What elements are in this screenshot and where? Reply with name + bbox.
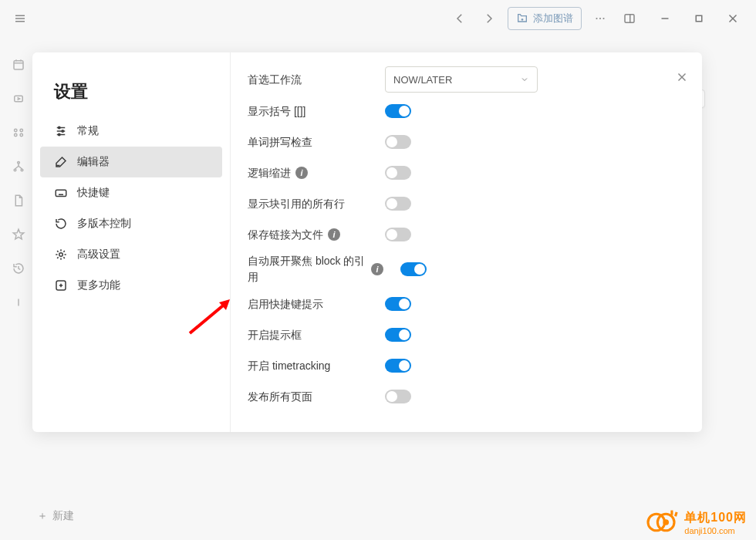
info-icon[interactable]: i [295, 167, 308, 179]
svg-rect-34 [56, 190, 66, 196]
plus-icon: ＋ [37, 509, 48, 523]
nav-label-version: 多版本控制 [77, 217, 131, 231]
svg-point-20 [20, 129, 22, 131]
svg-rect-14 [14, 61, 23, 69]
nav-item-editor[interactable]: 编辑器 [40, 147, 222, 177]
svg-point-25 [21, 169, 23, 171]
svg-line-47 [63, 251, 65, 252]
workflow-select[interactable]: NOW/LATER [385, 66, 538, 93]
svg-marker-26 [13, 229, 24, 239]
nav-item-shortcuts[interactable]: 快捷键 [40, 177, 222, 208]
graph-icon[interactable] [9, 123, 28, 142]
svg-line-44 [57, 251, 59, 252]
toggle-show-brackets[interactable] [385, 104, 411, 118]
window-maximize-button[interactable] [682, 5, 716, 32]
row-label-spellcheck: 单词拼写检查 [248, 134, 385, 150]
svg-point-6 [599, 18, 601, 19]
settings-panel-editor: 首选工作流 NOW/LATER 显示括号 [[]] 单词拼写检查 逻辑缩进 i … [230, 52, 702, 432]
info-icon[interactable]: i [371, 263, 383, 275]
svg-point-7 [602, 18, 604, 19]
svg-point-19 [15, 129, 17, 131]
svg-point-24 [14, 169, 16, 171]
divider-icon [9, 293, 28, 312]
svg-point-39 [59, 253, 63, 257]
watermark-logo-icon [644, 509, 678, 535]
row-label-timetracking: 开启 timetracking [248, 358, 385, 374]
add-graph-button[interactable]: 添加图谱 [508, 7, 582, 30]
page-icon[interactable] [9, 191, 28, 210]
svg-point-5 [596, 18, 597, 19]
toggle-publish-all[interactable] [385, 390, 411, 403]
nav-label-shortcuts: 快捷键 [77, 186, 110, 200]
star-icon[interactable] [9, 225, 28, 244]
toggle-timetracking[interactable] [385, 359, 411, 373]
settings-sidebar: 设置 常规 编辑器 快捷键 多版本控制 高级设置 更多功能 [32, 52, 230, 432]
row-label-shortcut-tips: 启用快捷键提示 [248, 296, 385, 312]
nav-label-editor: 编辑器 [77, 155, 110, 169]
row-label-show-brackets: 显示括号 [[]] [248, 103, 385, 120]
app-left-rail [0, 37, 37, 540]
toggle-tooltip[interactable] [385, 328, 411, 342]
journal-icon[interactable] [9, 56, 28, 74]
svg-point-21 [15, 133, 17, 136]
nav-label-advanced: 高级设置 [77, 248, 120, 262]
row-label-tooltip: 开启提示框 [248, 327, 385, 343]
row-label-save-link-file: 保存链接为文件 [248, 227, 323, 243]
window-titlebar: 添加图谱 [0, 0, 756, 37]
row-label-block-ref-lines: 显示块引用的所有行 [248, 196, 385, 212]
workflow-select-value: NOW/LATER [393, 74, 452, 86]
nav-label-more: 更多功能 [77, 278, 120, 292]
row-label-workflow: 首选工作流 [248, 72, 385, 88]
nav-item-advanced[interactable]: 高级设置 [40, 239, 222, 270]
svg-point-22 [20, 133, 22, 136]
row-label-publish-all: 发布所有页面 [248, 389, 385, 405]
add-graph-label: 添加图谱 [533, 12, 573, 25]
window-close-button[interactable] [716, 5, 750, 32]
new-page-button[interactable]: ＋ 新建 [37, 509, 74, 523]
row-label-auto-expand: 自动展开聚焦 block 的引用 [248, 253, 371, 285]
nav-item-general[interactable]: 常规 [40, 116, 222, 147]
menu-icon[interactable] [6, 5, 34, 32]
nav-label-general: 常规 [77, 124, 99, 138]
svg-line-45 [63, 257, 65, 258]
svg-point-55 [648, 514, 665, 531]
hierarchy-icon[interactable] [9, 157, 28, 176]
toggle-shortcut-tips[interactable] [385, 297, 411, 311]
toggle-spellcheck[interactable] [385, 135, 411, 149]
svg-point-23 [18, 161, 20, 164]
modal-close-button[interactable] [671, 66, 693, 88]
toggle-block-ref-lines[interactable] [385, 197, 411, 211]
svg-line-59 [676, 512, 677, 516]
history-icon[interactable] [9, 259, 28, 278]
flashcards-icon[interactable] [9, 89, 28, 108]
more-icon[interactable] [586, 5, 614, 32]
toggle-logic-indent[interactable] [385, 166, 411, 180]
chevron-down-icon [520, 75, 529, 84]
toggle-auto-expand[interactable] [400, 262, 427, 276]
nav-item-more[interactable]: 更多功能 [40, 270, 222, 301]
settings-title: 设置 [32, 80, 230, 116]
svg-line-46 [57, 257, 59, 258]
nav-forward-button[interactable] [475, 5, 503, 32]
new-page-label: 新建 [52, 509, 74, 523]
svg-point-57 [663, 519, 670, 525]
window-minimize-button[interactable] [648, 5, 682, 32]
nav-back-button[interactable] [446, 5, 474, 32]
settings-modal: 设置 常规 编辑器 快捷键 多版本控制 高级设置 更多功能 [32, 52, 702, 432]
watermark-line2: danji100.com [684, 526, 747, 535]
svg-rect-11 [696, 15, 702, 22]
row-label-logic-indent: 逻辑缩进 [248, 165, 291, 181]
sidebar-toggle-icon[interactable] [616, 5, 643, 32]
watermark: 单机100网 danji100.com [644, 509, 747, 535]
nav-item-version-control[interactable]: 多版本控制 [40, 208, 222, 239]
watermark-line1: 单机100网 [684, 510, 747, 526]
info-icon[interactable]: i [328, 228, 340, 241]
toggle-save-link-file[interactable] [385, 228, 411, 241]
